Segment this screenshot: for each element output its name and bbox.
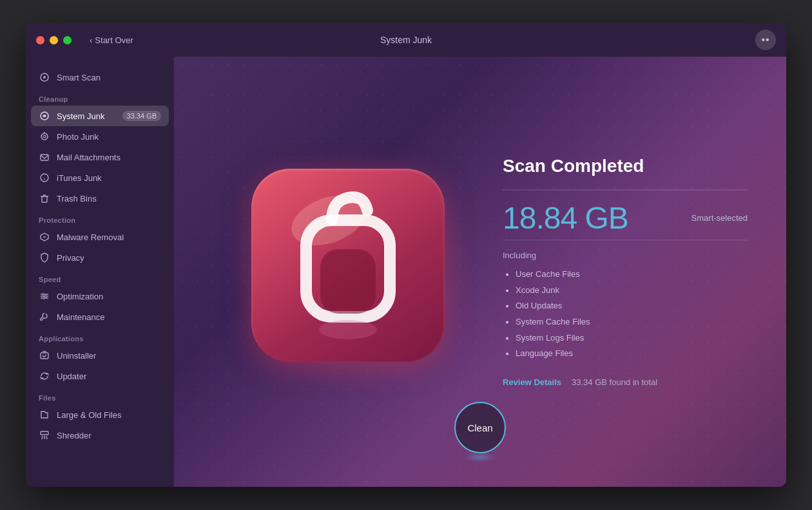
back-label: Start Over xyxy=(95,35,133,45)
file-list: User Cache Files Xcode Junk Old Updates … xyxy=(503,267,748,362)
photo-junk-icon xyxy=(39,131,50,142)
more-options-button[interactable]: •• xyxy=(755,30,776,50)
app-logo-container xyxy=(251,169,458,375)
system-junk-label: System Junk xyxy=(57,111,104,121)
system-junk-icon xyxy=(39,110,50,122)
list-item: System Cache Files xyxy=(516,315,748,331)
list-item: User Cache Files xyxy=(516,267,748,283)
sidebar-item-large-old-files[interactable]: Large & Old Files xyxy=(26,404,174,425)
sidebar-item-optimization[interactable]: Optimization xyxy=(26,286,174,307)
malware-icon xyxy=(39,231,50,243)
chevron-left-icon: ‹ xyxy=(90,35,92,45)
maintenance-label: Maintenance xyxy=(57,312,104,322)
privacy-label: Privacy xyxy=(57,253,84,263)
trash-icon xyxy=(39,193,50,204)
back-button[interactable]: ‹ Start Over xyxy=(90,35,133,45)
optimization-label: Optimization xyxy=(57,292,103,301)
svg-rect-19 xyxy=(41,353,48,359)
files-section-label: Files xyxy=(26,386,174,404)
app-window: ‹ Start Over System Junk •• Smart Scan xyxy=(26,23,786,487)
svg-rect-21 xyxy=(41,431,48,435)
review-total: 33.34 GB found in total xyxy=(572,378,657,388)
svg-point-18 xyxy=(43,298,45,299)
uninstaller-label: Uninstaller xyxy=(57,351,96,361)
review-row: Review Details 33.34 GB found in total xyxy=(503,378,748,388)
svg-point-16 xyxy=(43,294,44,296)
uninstaller-icon xyxy=(39,350,50,361)
list-item: System Logs Files xyxy=(516,330,748,346)
minimize-button[interactable] xyxy=(50,36,58,44)
trash-bins-label: Trash Bins xyxy=(57,194,97,203)
main-content: Smart Scan Cleanup System Junk 33.34 GB xyxy=(26,57,786,487)
module-title: System Junk xyxy=(380,35,432,45)
mail-icon xyxy=(39,151,50,163)
sidebar: Smart Scan Cleanup System Junk 33.34 GB xyxy=(26,57,174,487)
svg-rect-9 xyxy=(42,196,47,202)
sidebar-item-photo-junk[interactable]: Photo Junk xyxy=(26,126,174,147)
including-label: Including xyxy=(503,250,748,260)
cleanup-section-label: Cleanup xyxy=(26,88,174,106)
maximize-button[interactable] xyxy=(63,36,72,44)
sidebar-item-uninstaller[interactable]: Uninstaller xyxy=(26,345,174,366)
review-details-link[interactable]: Review Details xyxy=(503,378,561,388)
optimization-icon xyxy=(39,290,50,302)
shredder-label: Shredder xyxy=(57,431,91,440)
svg-point-3 xyxy=(41,133,48,140)
sidebar-item-mail-attachments[interactable]: Mail Attachments xyxy=(26,147,174,167)
dots-icon: •• xyxy=(761,34,769,46)
sidebar-item-itunes-junk[interactable]: ♪ iTunes Junk xyxy=(26,167,174,188)
list-item: Old Updates xyxy=(516,299,748,315)
mail-attachments-label: Mail Attachments xyxy=(57,153,121,162)
shredder-icon xyxy=(39,430,50,441)
svg-rect-6 xyxy=(41,155,48,160)
svg-line-24 xyxy=(46,436,47,439)
system-junk-badge: 33.34 GB xyxy=(122,111,161,121)
logo-svg xyxy=(251,169,445,362)
large-files-icon xyxy=(39,409,50,420)
sidebar-item-maintenance[interactable]: Maintenance xyxy=(26,307,174,327)
sidebar-item-privacy[interactable]: Privacy xyxy=(26,247,174,268)
list-item: Language Files xyxy=(516,346,748,363)
svg-point-17 xyxy=(45,296,47,298)
svg-point-28 xyxy=(319,320,377,339)
svg-point-4 xyxy=(43,135,46,138)
sidebar-item-malware-removal[interactable]: Malware Removal xyxy=(26,227,174,247)
close-button[interactable] xyxy=(36,36,44,44)
traffic-lights xyxy=(36,36,72,44)
right-panel: Scan Completed 18.84 GB Smart-selected I… xyxy=(503,156,748,387)
size-row: 18.84 GB Smart-selected xyxy=(503,200,748,236)
svg-rect-27 xyxy=(320,249,376,314)
sidebar-item-smart-scan[interactable]: Smart Scan xyxy=(26,67,174,88)
itunes-junk-label: iTunes Junk xyxy=(57,173,102,183)
clean-button-container: Clean xyxy=(454,402,506,453)
titlebar-right: •• xyxy=(755,30,776,50)
large-old-files-label: Large & Old Files xyxy=(57,410,121,420)
svg-line-22 xyxy=(42,436,43,439)
speed-section-label: Speed xyxy=(26,268,174,286)
smart-scan-label: Smart Scan xyxy=(57,73,101,82)
content-area: Scan Completed 18.84 GB Smart-selected I… xyxy=(174,57,786,487)
sidebar-item-updater[interactable]: Updater xyxy=(26,366,174,386)
privacy-icon xyxy=(39,252,50,263)
logo-circle xyxy=(251,169,445,362)
sidebar-item-trash-bins[interactable]: Trash Bins xyxy=(26,188,174,209)
svg-text:♪: ♪ xyxy=(43,176,46,182)
sidebar-item-system-junk[interactable]: System Junk 33.34 GB xyxy=(31,106,169,126)
divider-2 xyxy=(503,240,748,240)
selected-size: 18.84 GB xyxy=(503,200,628,236)
smart-scan-icon xyxy=(39,71,50,83)
itunes-icon: ♪ xyxy=(39,172,50,184)
scan-completed-title: Scan Completed xyxy=(503,156,748,176)
updater-label: Updater xyxy=(57,372,86,381)
updater-icon xyxy=(39,370,50,382)
smart-selected-label: Smart-selected xyxy=(691,213,748,223)
maintenance-icon xyxy=(39,311,50,323)
applications-section-label: Applications xyxy=(26,327,174,345)
malware-removal-label: Malware Removal xyxy=(57,232,124,242)
sidebar-item-shredder[interactable]: Shredder xyxy=(26,425,174,446)
titlebar: ‹ Start Over System Junk •• xyxy=(26,23,786,57)
divider-1 xyxy=(503,189,748,190)
svg-point-1 xyxy=(43,76,46,79)
clean-button[interactable]: Clean xyxy=(454,402,506,453)
protection-section-label: Protection xyxy=(26,209,174,227)
